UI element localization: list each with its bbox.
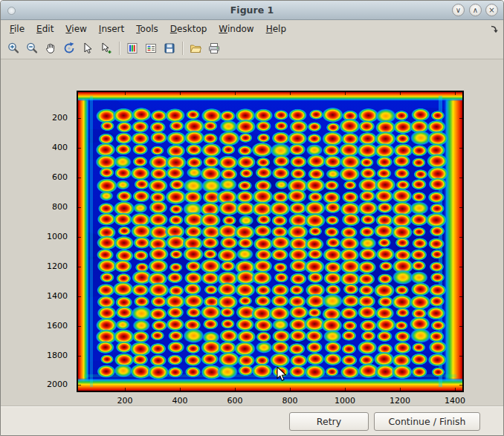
window-titlebar: Figure 1 ∨ ∧ ×: [1, 1, 503, 20]
zoom-out-icon: [25, 42, 39, 55]
menu-insert[interactable]: Insert: [93, 21, 130, 37]
menu-edit[interactable]: Edit: [30, 21, 59, 37]
y-axis-tick-labels: 200400600800100012001400160018002000: [42, 91, 74, 392]
y-axis-tick-label: 800: [42, 202, 68, 212]
y-axis-tick-label: 200: [42, 113, 68, 123]
pan-hand-icon: [44, 42, 57, 55]
minimize-icon: ∨: [456, 6, 461, 14]
print-button[interactable]: [205, 39, 223, 57]
toolbar-separator: [119, 42, 120, 55]
zoom-in-icon: [7, 42, 20, 55]
menu-bar: File Edit View Insert Tools Desktop Wind…: [1, 21, 503, 37]
menu-view[interactable]: View: [59, 21, 92, 37]
y-axis-tick-label: 600: [42, 172, 68, 182]
save-icon: [163, 42, 176, 55]
y-axis-tick-label: 2000: [42, 380, 68, 389]
heatmap-plot-canvas[interactable]: [78, 92, 462, 391]
figure-window: Figure 1 ∨ ∧ × File Edit View Insert Too…: [0, 0, 504, 436]
x-axis-tick-label: 1200: [385, 396, 415, 406]
mouse-cursor: [277, 367, 288, 383]
y-axis-tick-label: 1800: [42, 351, 68, 360]
y-axis-tick-label: 1000: [42, 232, 68, 241]
menu-window[interactable]: Window: [213, 21, 259, 37]
edit-plot-button[interactable]: [97, 39, 115, 57]
x-axis-tick-labels: 200400600800100012001400: [77, 396, 464, 407]
edit-plot-icon: [100, 42, 113, 55]
maximize-icon: ∧: [473, 6, 478, 14]
continue-finish-button[interactable]: Continue / Finish: [374, 412, 480, 431]
close-button[interactable]: ×: [485, 4, 498, 16]
insert-colorbar-button[interactable]: [123, 39, 141, 57]
menu-tools[interactable]: Tools: [130, 21, 164, 37]
rotate-3d-icon: [62, 42, 76, 55]
open-file-button[interactable]: [187, 39, 204, 57]
x-axis-tick-label: 200: [110, 396, 140, 406]
axes-box: [77, 91, 464, 392]
save-button[interactable]: [161, 39, 178, 57]
zoom-out-button[interactable]: [23, 39, 41, 57]
open-folder-icon: [189, 42, 202, 55]
print-icon: [207, 42, 221, 55]
retry-button[interactable]: Retry: [289, 412, 369, 431]
x-axis-tick-label: 1000: [330, 396, 360, 406]
x-axis-tick-label: 800: [275, 396, 305, 406]
maximize-button[interactable]: ∧: [469, 4, 482, 16]
colorbar-icon: [126, 42, 139, 55]
x-axis-tick-label: 600: [220, 396, 250, 406]
menu-file[interactable]: File: [4, 21, 30, 37]
dialog-button-bar: Retry Continue / Finish: [1, 406, 503, 435]
data-cursor-button[interactable]: [79, 39, 97, 57]
insert-legend-button[interactable]: [142, 39, 160, 57]
minimize-button[interactable]: ∨: [452, 4, 465, 16]
window-title: Figure 1: [1, 1, 503, 20]
y-axis-tick-label: 1400: [42, 291, 68, 301]
x-axis-tick-label: 400: [165, 396, 195, 406]
data-cursor-icon: [81, 42, 94, 55]
figure-toolbar: [1, 37, 503, 59]
pan-button[interactable]: [42, 39, 59, 57]
menu-desktop[interactable]: Desktop: [164, 21, 213, 37]
menu-help[interactable]: Help: [260, 21, 292, 37]
y-axis-tick-label: 1600: [42, 321, 68, 331]
legend-icon: [144, 42, 158, 55]
dock-figure-icon[interactable]: [490, 25, 499, 33]
close-icon: ×: [488, 6, 494, 14]
y-axis-tick-label: 400: [42, 143, 68, 152]
zoom-in-button[interactable]: [4, 39, 22, 57]
toolbar-separator: [182, 42, 183, 55]
rotate-3d-button[interactable]: [60, 39, 78, 57]
x-axis-tick-label: 1400: [440, 396, 470, 406]
figure-content-area: 200400600800100012001400160018002000 200…: [1, 60, 503, 435]
y-axis-tick-label: 1200: [42, 261, 68, 271]
